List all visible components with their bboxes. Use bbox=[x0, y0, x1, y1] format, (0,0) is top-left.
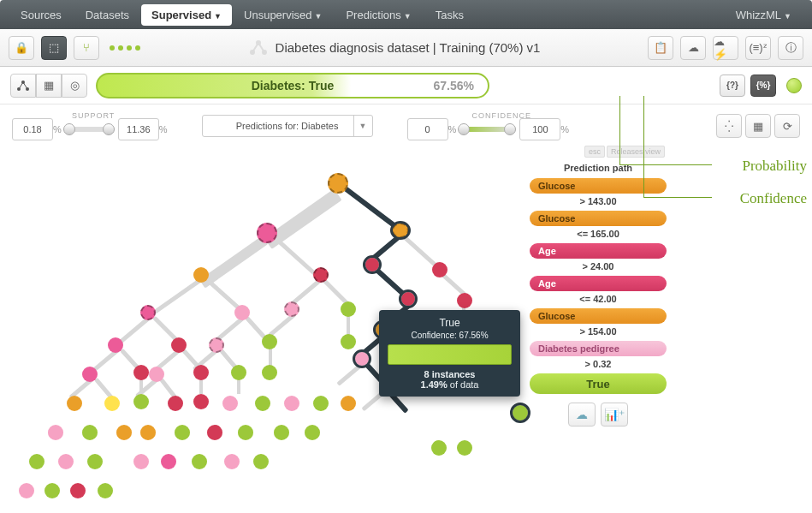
annotation-line bbox=[619, 96, 620, 164]
dropdown-icon[interactable]: ▼ bbox=[353, 116, 372, 136]
status-lamp bbox=[786, 78, 802, 93]
tree-node[interactable] bbox=[168, 396, 183, 411]
tree-node[interactable] bbox=[457, 293, 472, 308]
tree-node[interactable] bbox=[82, 425, 98, 440]
tree-node[interactable] bbox=[253, 454, 269, 469]
tree-node[interactable] bbox=[82, 367, 98, 382]
tree-node[interactable] bbox=[133, 394, 149, 409]
workflow-icon[interactable]: ⬚ bbox=[41, 36, 67, 60]
nav-supervised-label: Supervised bbox=[151, 9, 211, 21]
branch-icon[interactable]: ⑂ bbox=[74, 36, 99, 60]
tree-node[interactable] bbox=[58, 454, 74, 469]
tree-node[interactable] bbox=[274, 425, 289, 440]
script-icon[interactable]: (≡)ᶻ bbox=[745, 36, 771, 60]
tree-node[interactable] bbox=[171, 337, 187, 353]
tree-leaf-selected[interactable] bbox=[512, 404, 529, 421]
prediction-field-value[interactable] bbox=[202, 115, 373, 137]
tree-node[interactable] bbox=[328, 173, 348, 194]
layout-dots-button[interactable]: ⁛ bbox=[716, 114, 742, 138]
confidence-min-input[interactable] bbox=[407, 118, 448, 140]
tree-node[interactable] bbox=[161, 454, 176, 469]
nav-datasets[interactable]: Datasets bbox=[74, 9, 141, 21]
tree-node[interactable] bbox=[341, 396, 356, 411]
tree-view-button[interactable] bbox=[10, 74, 36, 98]
confidence-slider[interactable] bbox=[459, 127, 516, 132]
tree-node-selected[interactable] bbox=[365, 257, 380, 272]
confidence-toggle[interactable]: {%} bbox=[750, 75, 776, 97]
tree-node[interactable] bbox=[108, 337, 123, 353]
tree-node[interactable] bbox=[193, 394, 209, 409]
tree-node[interactable] bbox=[207, 425, 222, 440]
tooltip-title: True bbox=[388, 317, 512, 329]
tree-node[interactable] bbox=[193, 365, 209, 380]
export-cloud-button[interactable]: ☁ bbox=[568, 403, 596, 427]
tree-node-selected[interactable] bbox=[354, 351, 370, 367]
tree-node[interactable] bbox=[48, 425, 63, 440]
tree-node[interactable] bbox=[133, 365, 149, 380]
tree-node[interactable] bbox=[284, 396, 299, 411]
tree-node[interactable] bbox=[149, 367, 164, 382]
sunburst-view-button[interactable]: ◎ bbox=[62, 74, 87, 98]
tree-node[interactable] bbox=[192, 454, 207, 469]
prediction-path-panel: Prediction path Glucose> 143.00Glucose<=… bbox=[530, 163, 667, 427]
tree-node[interactable] bbox=[231, 365, 246, 380]
tree-node[interactable] bbox=[313, 396, 329, 411]
nav-unsupervised[interactable]: Unsupervised▼ bbox=[232, 9, 334, 21]
tree-node[interactable] bbox=[255, 396, 270, 411]
tree-node[interactable] bbox=[341, 334, 356, 349]
layout-grid-button[interactable]: ▦ bbox=[745, 114, 771, 138]
probability-toggle[interactable]: {?} bbox=[720, 75, 745, 97]
tree-node[interactable] bbox=[70, 483, 86, 498]
grid-view-button[interactable]: ▦ bbox=[36, 74, 62, 98]
tree-node[interactable] bbox=[457, 440, 472, 456]
nav-sources[interactable]: Sources bbox=[9, 9, 74, 21]
refresh-button[interactable]: ⟳ bbox=[774, 114, 800, 138]
tree-node[interactable] bbox=[313, 267, 329, 283]
tree-node[interactable] bbox=[238, 425, 253, 440]
tree-node[interactable] bbox=[140, 305, 156, 320]
tree-node[interactable] bbox=[209, 337, 224, 353]
tree-node[interactable] bbox=[104, 396, 120, 411]
nav-user[interactable]: WhizzML▼ bbox=[724, 9, 803, 21]
tree-node[interactable] bbox=[175, 425, 190, 440]
privacy-icon[interactable]: 🔒 bbox=[9, 36, 34, 60]
tree-node[interactable] bbox=[44, 483, 60, 498]
tree-node[interactable] bbox=[116, 425, 132, 440]
hint-text: Releases view bbox=[607, 146, 665, 158]
tree-node[interactable] bbox=[19, 483, 34, 498]
tree-node-selected[interactable] bbox=[392, 223, 409, 238]
nav-supervised[interactable]: Supervised▼ bbox=[141, 4, 232, 26]
tree-node[interactable] bbox=[140, 425, 156, 440]
export-chart-button[interactable]: 📊⁺ bbox=[601, 403, 628, 427]
cloud-refresh-icon[interactable]: ☁⚡ bbox=[713, 36, 738, 60]
tree-node[interactable] bbox=[262, 334, 277, 349]
tree-node[interactable] bbox=[234, 305, 250, 320]
support-slider[interactable] bbox=[65, 127, 115, 132]
nav-tasks[interactable]: Tasks bbox=[424, 9, 476, 21]
view-switch: ▦ ◎ bbox=[10, 74, 87, 98]
tree-node[interactable] bbox=[262, 365, 277, 380]
tree-node[interactable] bbox=[341, 301, 356, 317]
tree-node[interactable] bbox=[431, 440, 447, 456]
support-min-input[interactable] bbox=[12, 118, 53, 140]
prediction-field-select[interactable]: ▼ bbox=[202, 115, 373, 137]
tree-node-selected[interactable] bbox=[400, 291, 416, 307]
tree-node[interactable] bbox=[222, 396, 238, 411]
confidence-max-input[interactable] bbox=[519, 118, 560, 140]
tree-node[interactable] bbox=[67, 396, 82, 411]
tree-node[interactable] bbox=[224, 454, 240, 469]
tree-node[interactable] bbox=[193, 267, 209, 283]
clipboard-icon[interactable]: 📋 bbox=[648, 36, 673, 60]
info-icon[interactable]: ⓘ bbox=[778, 36, 803, 60]
tree-node[interactable] bbox=[29, 454, 44, 469]
support-max-input[interactable] bbox=[118, 118, 159, 140]
nav-predictions[interactable]: Predictions▼ bbox=[334, 9, 423, 21]
tree-node[interactable] bbox=[432, 262, 447, 277]
tree-node[interactable] bbox=[305, 425, 320, 440]
tree-node[interactable] bbox=[284, 301, 299, 317]
tree-node[interactable] bbox=[87, 454, 103, 469]
tree-node[interactable] bbox=[257, 223, 277, 243]
cloud-action-icon[interactable]: ☁ bbox=[680, 36, 706, 60]
tree-node[interactable] bbox=[133, 454, 149, 469]
tree-node[interactable] bbox=[98, 483, 113, 498]
